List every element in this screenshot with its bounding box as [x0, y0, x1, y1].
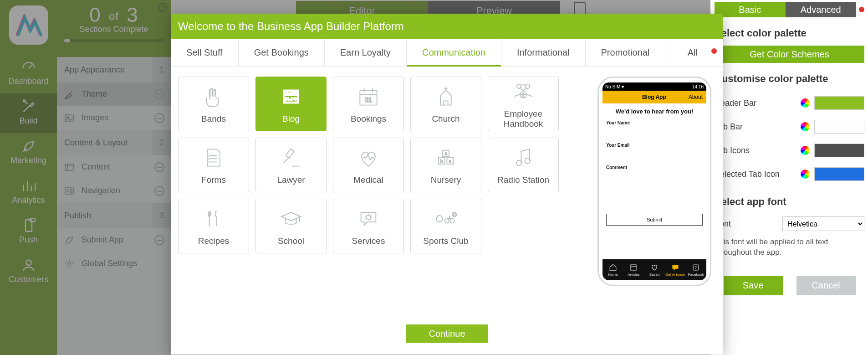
phone-tab-saved: Saved — [644, 259, 665, 280]
tile-label: School — [278, 236, 304, 246]
save-button[interactable]: Save — [724, 276, 783, 295]
phone-tab-home: Home — [602, 259, 623, 280]
tile-label: Lawyer — [277, 175, 305, 185]
modal-tab-label: Get Bookings — [254, 47, 309, 57]
color-picker-icon[interactable] — [801, 170, 810, 179]
svg-point-13 — [287, 92, 289, 93]
form-icon — [201, 145, 226, 170]
color-picker-icon[interactable] — [801, 122, 810, 131]
tile-nursery[interactable]: abc Nursery — [410, 138, 481, 192]
theme-editor-panel: Basic Advanced Select color palette Get … — [711, 0, 868, 355]
tile-bands[interactable]: Bands — [178, 77, 249, 131]
modal-tab-label: All — [688, 47, 698, 57]
modal-tab-label: Promotional — [601, 47, 650, 57]
row-selected-tab: Selected Tab Icon — [715, 162, 864, 186]
swatch-selected-tab[interactable] — [814, 167, 864, 181]
tile-label: Bands — [201, 114, 226, 124]
phone-tab-label: Saved — [649, 273, 660, 277]
mode-basic-label: Basic — [739, 5, 761, 15]
tile-radio-station[interactable]: Radio Station — [488, 138, 559, 192]
svg-text:31: 31 — [365, 96, 372, 103]
tile-label: Employee Handbook — [491, 109, 556, 129]
continue-button[interactable]: Continue — [406, 324, 488, 343]
tile-label: Church — [432, 114, 460, 124]
row-selected-tab-label: Selected Tab Icon — [715, 170, 780, 179]
cancel-button-label: Cancel — [812, 280, 840, 290]
tile-lawyer[interactable]: Lawyer — [255, 138, 327, 192]
heart-pulse-icon — [356, 145, 381, 170]
tile-recipes[interactable]: Recipes — [178, 199, 249, 253]
svg-text:c: c — [449, 159, 451, 164]
row-tab-icons: Tab Icons — [715, 139, 864, 162]
tile-employee-handbook[interactable]: i Employee Handbook — [488, 77, 559, 131]
modal-tab-label: Sell Stuff — [186, 47, 223, 57]
notification-dot-icon — [711, 48, 717, 54]
svg-point-31 — [366, 215, 370, 219]
blog-icon: BLOG — [278, 84, 304, 109]
font-hint: This font will be applied to all text th… — [715, 237, 864, 258]
svg-point-29 — [516, 160, 522, 166]
blocks-icon: abc — [433, 145, 459, 170]
tile-forms[interactable]: Forms — [178, 138, 249, 192]
rock-hand-icon — [201, 84, 226, 109]
phone-name-label: Your Name — [606, 120, 703, 125]
music-note-icon — [511, 145, 536, 170]
welcome-modal: Welcome to the Business App Builder Plat… — [171, 14, 723, 355]
phone-submit-label: Submit — [647, 217, 662, 222]
modal-tab-sell-stuff[interactable]: Sell Stuff — [171, 39, 239, 66]
tile-label: Forms — [201, 175, 226, 185]
cancel-button[interactable]: Cancel — [797, 276, 856, 295]
heading-select-palette: Select color palette — [715, 27, 864, 39]
modal-tab-earn-loyalty[interactable]: Earn Loyalty — [325, 39, 407, 66]
svg-text:i: i — [523, 93, 524, 98]
row-header-bar: Header Bar — [715, 91, 864, 115]
svg-text:BLOG: BLOG — [285, 97, 297, 101]
tile-label: Sports Club — [423, 236, 468, 246]
modal-tab-get-bookings[interactable]: Get Bookings — [239, 39, 325, 66]
tile-services[interactable]: Services — [333, 199, 404, 253]
phone-tab-label: Get in touch — [665, 273, 685, 277]
modal-tab-all[interactable]: All — [672, 39, 723, 66]
phone-tab-articles: Articles — [623, 259, 644, 280]
mode-basic[interactable]: Basic — [715, 2, 786, 17]
color-picker-icon[interactable] — [801, 98, 810, 108]
color-picker-icon[interactable] — [801, 146, 810, 155]
tile-medical[interactable]: Medical — [333, 138, 404, 192]
modal-tab-informational[interactable]: Informational — [501, 39, 586, 66]
font-select[interactable]: Helvetica — [782, 216, 864, 231]
mode-advanced[interactable]: Advanced — [786, 2, 857, 17]
swatch-tab-icons[interactable] — [814, 144, 864, 157]
graduation-cap-icon — [278, 206, 304, 232]
svg-point-14 — [290, 92, 292, 93]
calendar-icon: 31 — [356, 84, 381, 109]
tile-label: Bookings — [351, 114, 386, 124]
svg-point-32 — [436, 216, 443, 222]
phone-content: We'd love to hear from you! Your Name Yo… — [602, 103, 706, 259]
modal-tab-communication[interactable]: Communication — [407, 39, 501, 66]
svg-text:a: a — [444, 151, 447, 156]
modal-tab-promotional[interactable]: Promotional — [586, 39, 666, 66]
tile-bookings[interactable]: 31 Bookings — [333, 77, 404, 131]
phone-status-left: No SIM ▾ — [605, 84, 624, 89]
tile-sports-club[interactable]: Sports Club — [410, 199, 481, 253]
tile-label: Recipes — [198, 236, 230, 246]
swatch-tab-bar[interactable] — [814, 120, 864, 134]
phone-appbar-title: Blog App — [620, 94, 689, 100]
tile-church[interactable]: Church — [410, 77, 481, 131]
heading-select-font: Select app font — [715, 196, 864, 208]
svg-text:b: b — [440, 159, 443, 164]
continue-button-label: Continue — [429, 329, 465, 339]
tile-blog[interactable]: BLOG Blog — [255, 77, 327, 131]
modal-tab-label: Communication — [422, 47, 485, 57]
gavel-icon — [278, 145, 304, 170]
phone-tab-facebook: Facebook — [685, 259, 706, 280]
sports-icon — [433, 206, 459, 232]
svg-point-12 — [285, 92, 287, 93]
tile-school[interactable]: School — [255, 199, 327, 253]
tile-label: Services — [352, 236, 385, 246]
swatch-header-bar[interactable] — [814, 96, 864, 110]
get-color-schemes-button[interactable]: Get Color Schemes — [715, 46, 864, 63]
phone-tab-label: Home — [608, 273, 618, 277]
svg-point-19 — [521, 85, 526, 90]
modal-tab-label: Informational — [517, 47, 570, 57]
